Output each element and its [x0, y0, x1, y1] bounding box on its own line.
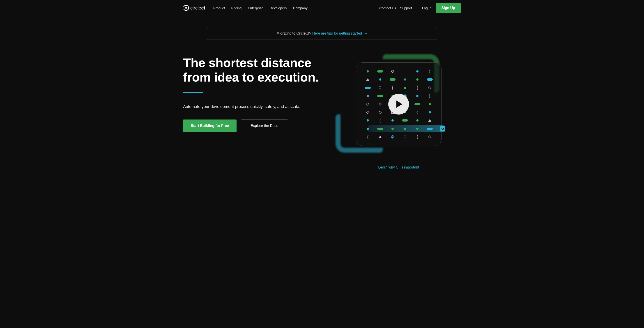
learn-why-ci-link[interactable]: Learn why CI is important [378, 165, 419, 170]
main-nav: Product Pricing Enterprise Developers Co… [213, 6, 308, 10]
right-nav: Contact Us Support Log In Sign Up [379, 3, 461, 13]
row-highlight-end-icon [440, 126, 445, 131]
nav-divider [417, 4, 417, 12]
hero-section: The shortest distance from idea to execu… [183, 56, 461, 170]
hero-title: The shortest distance from idea to execu… [183, 56, 328, 85]
accent-bar [183, 92, 204, 93]
start-building-button[interactable]: Start Building for Free [183, 119, 236, 132]
hero-subtitle: Automate your development process quickl… [183, 104, 309, 110]
svg-rect-2 [183, 7, 184, 9]
nav-support[interactable]: Support [400, 6, 412, 10]
nav-company[interactable]: Company [293, 6, 308, 10]
logo-text: circleci [190, 6, 205, 11]
nav-contact-us[interactable]: Contact Us [379, 6, 396, 10]
migration-banner: Migrating to CircleCI? Here are tips for… [207, 27, 437, 40]
circleci-logo-icon [183, 5, 189, 11]
hero-video-graphic: !=} {{ } { { {{ [349, 56, 448, 153]
explore-docs-button[interactable]: Explore the Docs [241, 119, 288, 132]
signup-button[interactable]: Sign Up [436, 3, 461, 13]
header-nav: circleci Product Pricing Enterprise Deve… [183, 0, 461, 16]
nav-login[interactable]: Log In [422, 6, 432, 10]
nav-product[interactable]: Product [213, 6, 225, 10]
banner-prefix: Migrating to CircleCI? [276, 31, 312, 35]
logo[interactable]: circleci [183, 5, 205, 11]
nav-enterprise[interactable]: Enterprise [248, 6, 263, 10]
play-video-button[interactable] [388, 94, 409, 114]
banner-link[interactable]: Here are tips for getting started [312, 31, 362, 35]
nav-pricing[interactable]: Pricing [231, 6, 242, 10]
nav-developers[interactable]: Developers [270, 6, 287, 10]
arrow-right-icon: → [364, 31, 368, 35]
svg-point-1 [185, 7, 187, 9]
